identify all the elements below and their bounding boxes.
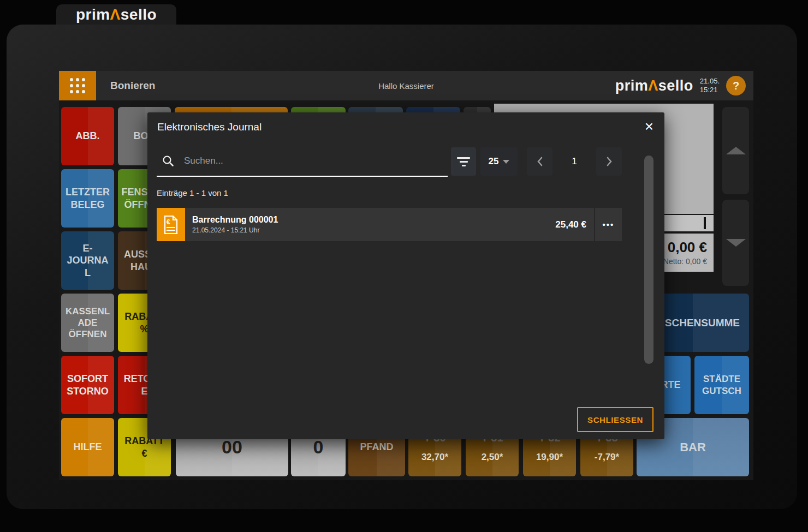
search-field-wrapper: [157, 146, 448, 177]
grid-icon: [70, 78, 85, 93]
receipt-document-icon: €: [157, 208, 185, 241]
key-label: ABB.: [76, 130, 100, 142]
entries-count-label: Einträge 1 - 1 von 1: [157, 188, 228, 198]
key-label: KASSENLADE ÖFFNEN: [64, 306, 111, 340]
svg-text:€: €: [167, 218, 170, 226]
datetime-display: 21.05. 15:21: [700, 77, 720, 94]
current-page-number: 1: [552, 147, 596, 176]
key-sofort-storno[interactable]: SOFORT STORNO: [61, 356, 114, 414]
search-icon: [162, 155, 174, 167]
key-label: LETZTER BELEG: [64, 186, 111, 211]
close-icon[interactable]: ×: [643, 117, 656, 136]
search-input[interactable]: [183, 155, 412, 167]
dialog-scrollbar[interactable]: [644, 156, 653, 364]
entry-text: Barrechnung 000001 21.05.2024 - 15:21 Uh…: [185, 208, 555, 241]
key-sub-value: 2,50*: [482, 451, 503, 463]
filter-button[interactable]: [451, 147, 476, 176]
primasello-logo: primΛsello: [615, 77, 693, 94]
filter-icon: [457, 157, 470, 159]
page-title: Bonieren: [110, 80, 155, 92]
key-hilfe[interactable]: HILFE: [61, 418, 114, 476]
key-staedte-gutsch[interactable]: STÄDTE GUTSCH: [694, 356, 749, 414]
chevron-left-icon: [536, 155, 544, 168]
journal-entry-row[interactable]: € Barrechnung 000001 21.05.2024 - 15:21 …: [157, 208, 622, 241]
chevron-down-icon: [503, 160, 509, 164]
arrow-down-icon: [726, 239, 746, 247]
entry-timestamp: 21.05.2024 - 15:21 Uhr: [192, 226, 555, 234]
entry-title: Barrechnung 000001: [192, 215, 555, 225]
date-value: 21.05.: [700, 77, 720, 86]
key-sub-value: 19,90*: [536, 451, 563, 463]
key-label: SOFORT STORNO: [64, 373, 111, 397]
app-tab: primΛsello: [56, 4, 176, 25]
total-amount: 0,00 €: [668, 240, 707, 256]
arrow-up-icon: [726, 147, 746, 154]
text-cursor: [704, 217, 706, 229]
key-label: STÄDTE GUTSCH: [698, 373, 746, 397]
entry-more-button[interactable]: •••: [595, 208, 622, 241]
previous-page-button[interactable]: [527, 147, 552, 176]
key-e-journal[interactable]: E-JOURNAL: [61, 231, 114, 290]
dialog-title: Elektronisches Journal: [157, 121, 262, 133]
key-label: HILFE: [74, 441, 102, 453]
logo-caret-icon: Λ: [110, 6, 121, 23]
netto-amount: Netto: 0,00 €: [663, 257, 707, 266]
scroll-down-button[interactable]: [722, 200, 749, 286]
primasello-logo: primΛsello: [76, 6, 157, 23]
key-abb[interactable]: ABB.: [61, 107, 114, 165]
time-value: 15:21: [700, 86, 720, 94]
scroll-up-button[interactable]: [722, 107, 749, 194]
key-label: BAR: [680, 440, 706, 455]
app-header: Bonieren Hallo Kassierer primΛsello 21.0…: [59, 71, 753, 100]
schliessen-button[interactable]: SCHLIESSEN: [577, 407, 653, 432]
key-sub-value: -7,79*: [595, 451, 619, 463]
chevron-right-icon: [605, 155, 614, 168]
help-button[interactable]: ?: [726, 76, 746, 95]
page-size-value: 25: [489, 156, 499, 167]
entry-amount: 25,40 €: [555, 208, 594, 241]
logo-caret-icon: Λ: [648, 77, 658, 94]
electronic-journal-dialog: Elektronisches Journal × 25 1 Einträge 1…: [147, 112, 664, 439]
page-size-dropdown[interactable]: 25: [480, 147, 518, 176]
key-sub-value: 32,70*: [421, 451, 448, 463]
key-label: E-JOURNAL: [64, 242, 111, 279]
key-kassenlade[interactable]: KASSENLADE ÖFFNEN: [61, 294, 114, 352]
key-label: PFAND: [360, 441, 393, 453]
key-letzter-beleg[interactable]: LETZTER BELEG: [61, 169, 114, 228]
next-page-button[interactable]: [596, 147, 622, 176]
menu-grid-button[interactable]: [59, 71, 96, 100]
